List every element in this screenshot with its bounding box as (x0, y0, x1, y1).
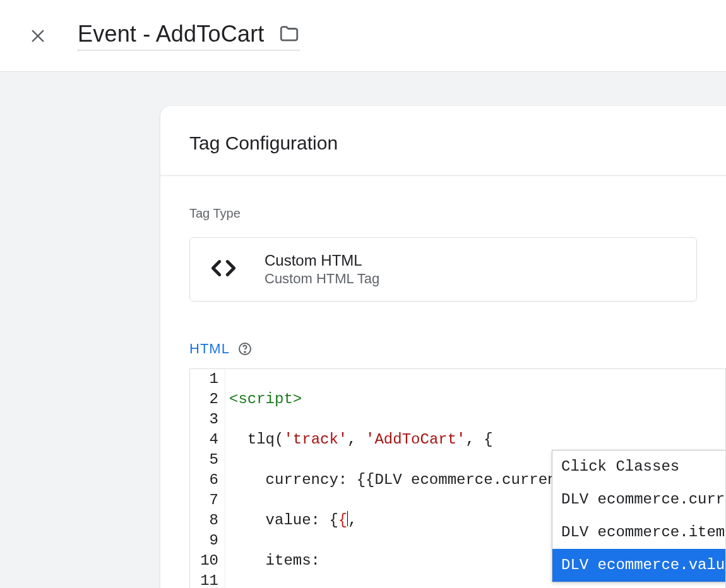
code-token: <script> (229, 391, 302, 408)
autocomplete-item[interactable]: Click Classes (552, 450, 726, 483)
code-token: currency: {{DLV ecommerce.currency}}, (229, 471, 602, 488)
code-token: , (347, 431, 366, 448)
code-token: , { (466, 431, 493, 448)
panel-heading: Tag Configuration (160, 106, 726, 176)
line-number: 6 (190, 470, 218, 490)
line-number-gutter: 1 2 3 4 5 6 7 8 9 10 11 (190, 369, 225, 588)
code-token: { (338, 512, 347, 529)
line-number: 5 (190, 450, 218, 470)
close-button[interactable] (27, 25, 49, 47)
line-number: 11 (190, 571, 218, 588)
title-input-wrap[interactable]: Event - AddToCart (78, 21, 300, 50)
code-editor[interactable]: 1 2 3 4 5 6 7 8 9 10 11 <script> tlq('tr… (189, 368, 726, 588)
tag-type-selector[interactable]: Custom HTML Custom HTML Tag (189, 237, 697, 302)
code-token: items: (229, 552, 329, 569)
code-brackets-icon (208, 252, 239, 286)
code-token: 'AddToCart' (366, 431, 465, 448)
line-number: 4 (190, 430, 218, 450)
code-area[interactable]: <script> tlq('track', 'AddToCart', { cur… (225, 369, 602, 588)
line-number: 1 (190, 369, 218, 389)
html-field-label: HTML (189, 341, 230, 357)
folder-icon (278, 23, 300, 45)
body-area: Tag Configuration Tag Type Custom HTML C… (0, 72, 726, 588)
line-number: 8 (190, 510, 218, 531)
code-token: 'track' (283, 431, 347, 448)
code-token: tlq( (229, 431, 283, 448)
autocomplete-item[interactable]: DLV ecommerce.currency (552, 483, 726, 516)
svg-point-3 (244, 351, 246, 353)
autocomplete-item[interactable]: DLV ecommerce.items (552, 516, 726, 549)
tag-type-desc: Custom HTML Tag (265, 271, 379, 287)
close-icon (29, 27, 47, 45)
html-section: HTML 1 2 3 4 5 6 7 8 9 10 11 <script> (160, 302, 726, 588)
html-label-row: HTML (189, 341, 726, 357)
page-title: Event - AddToCart (78, 21, 265, 47)
code-token: , (348, 512, 357, 529)
line-number: 2 (190, 389, 218, 409)
line-number: 7 (190, 490, 218, 510)
line-number: 3 (190, 409, 218, 430)
autocomplete-popup[interactable]: Click Classes DLV ecommerce.currency DLV… (552, 450, 726, 582)
tag-type-name: Custom HTML (265, 252, 379, 269)
help-icon[interactable] (237, 341, 253, 356)
line-number: 10 (190, 551, 218, 571)
editor-header: Event - AddToCart (0, 0, 726, 72)
config-panel: Tag Configuration Tag Type Custom HTML C… (160, 106, 726, 588)
tag-type-label: Tag Type (189, 206, 697, 221)
code-token: value: { (229, 512, 338, 529)
tag-type-section: Tag Type Custom HTML Custom HTML Tag (160, 176, 726, 302)
autocomplete-item-selected[interactable]: DLV ecommerce.value (552, 549, 726, 582)
line-number: 9 (190, 531, 218, 551)
